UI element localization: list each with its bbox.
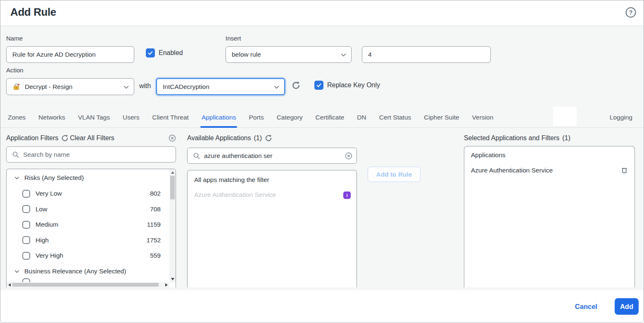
risk-count: 559 bbox=[150, 252, 161, 259]
checkbox-unchecked-icon bbox=[22, 221, 30, 229]
checkbox-check-icon bbox=[146, 48, 155, 57]
insert-mode-select[interactable]: below rule bbox=[226, 46, 352, 63]
decryption-key-select[interactable]: IntCADecryption bbox=[156, 78, 285, 95]
application-search-input[interactable] bbox=[204, 148, 342, 163]
risk-count: 1159 bbox=[147, 221, 161, 228]
clear-search-icon[interactable] bbox=[345, 152, 352, 161]
scroll-left-arrow-icon bbox=[8, 283, 11, 287]
tab-zones[interactable]: Zones bbox=[8, 107, 26, 127]
tab-ports[interactable]: Ports bbox=[249, 107, 264, 127]
enabled-label: Enabled bbox=[159, 49, 183, 57]
scroll-right-arrow-icon bbox=[165, 283, 168, 287]
action-select[interactable]: Decrypt - Resign bbox=[6, 78, 134, 95]
insert-label: Insert bbox=[226, 35, 241, 42]
page-title: Add Rule bbox=[10, 6, 56, 19]
tab-dn[interactable]: DN bbox=[357, 107, 366, 127]
help-button[interactable]: ? bbox=[625, 7, 637, 18]
tab-networks[interactable]: Networks bbox=[38, 107, 65, 127]
available-count: (1) bbox=[254, 134, 262, 142]
selected-applications-list: Applications Azure Authentication Servic… bbox=[464, 146, 635, 287]
selected-applications-header: Selected Applications and Filters (1) bbox=[464, 133, 635, 144]
enabled-checkbox[interactable]: Enabled bbox=[146, 48, 183, 57]
replace-key-only-label: Replace Key Only bbox=[327, 81, 380, 89]
chevron-down-icon bbox=[123, 84, 129, 92]
rule-name-input[interactable] bbox=[6, 46, 134, 63]
vertical-scrollbar[interactable] bbox=[169, 169, 176, 282]
available-applications-list: All apps matching the filter Azure Authe… bbox=[187, 170, 357, 287]
selected-section-label: Applications bbox=[464, 148, 634, 162]
risk-very-low-row[interactable]: Very Low 802 bbox=[7, 186, 169, 201]
decrypt-lock-icon bbox=[12, 83, 20, 91]
scroll-up-arrow-icon bbox=[171, 171, 174, 174]
add-to-rule-button[interactable]: Add to Rule bbox=[368, 167, 421, 182]
key-value: IntCADecryption bbox=[163, 83, 209, 91]
risk-low-row[interactable]: Low 708 bbox=[7, 201, 169, 217]
selected-count: (1) bbox=[562, 134, 570, 142]
add-button[interactable]: Add bbox=[615, 298, 639, 315]
blank-overlay bbox=[553, 107, 577, 126]
available-applications-title: Available Applications bbox=[187, 134, 251, 142]
available-applications-header: Available Applications (1) bbox=[187, 133, 357, 144]
checkbox-check-icon bbox=[314, 81, 323, 90]
application-filters-title: Application Filters bbox=[6, 134, 58, 142]
tab-cipher-suite[interactable]: Cipher Suite bbox=[424, 107, 459, 127]
action-label: Action bbox=[6, 67, 24, 74]
app-info-icon[interactable]: i bbox=[343, 191, 351, 199]
chevron-down-icon bbox=[273, 84, 280, 92]
available-app-row: Azure Authentication Service i bbox=[188, 188, 356, 202]
horizontal-scrollbar[interactable] bbox=[7, 282, 169, 287]
application-search-box bbox=[187, 148, 357, 164]
tab-certificate[interactable]: Certificate bbox=[316, 107, 345, 127]
risks-group-header[interactable]: Risks (Any Selected) bbox=[7, 170, 169, 186]
selected-app-row: Azure Authentication Service bbox=[464, 163, 634, 178]
tab-logging[interactable]: Logging bbox=[610, 107, 632, 127]
replace-key-only-checkbox[interactable]: Replace Key Only bbox=[314, 81, 380, 90]
filters-list: Risks (Any Selected) Very Low 802 Low 70… bbox=[6, 169, 176, 287]
dialog-header: Add Rule ? bbox=[0, 0, 644, 26]
chevron-down-icon bbox=[340, 52, 347, 60]
selected-applications-title: Selected Applications and Filters bbox=[464, 134, 559, 142]
application-filters-header: Application Filters Clear All Filters bbox=[6, 133, 176, 144]
insert-position-input[interactable] bbox=[362, 46, 491, 63]
search-icon bbox=[193, 152, 200, 161]
tab-client-threat[interactable]: Client Threat bbox=[152, 107, 188, 127]
risk-count: 708 bbox=[150, 206, 161, 213]
tab-users[interactable]: Users bbox=[123, 107, 139, 127]
dialog-footer: Cancel Add bbox=[0, 290, 644, 323]
tab-applications[interactable]: Applications bbox=[202, 107, 236, 127]
checkbox-unchecked-icon bbox=[22, 190, 30, 198]
risk-count: 802 bbox=[150, 190, 161, 197]
risk-very-high-row[interactable]: Very High 559 bbox=[7, 248, 169, 263]
clear-selection-icon[interactable] bbox=[169, 134, 176, 142]
insert-mode-value: below rule bbox=[232, 51, 261, 58]
svg-text:?: ? bbox=[629, 9, 633, 16]
filter-search-box bbox=[6, 146, 176, 163]
cancel-button[interactable]: Cancel bbox=[575, 303, 597, 311]
tab-cert-status[interactable]: Cert Status bbox=[379, 107, 411, 127]
tab-version[interactable]: Version bbox=[472, 107, 494, 127]
checkbox-unchecked-icon bbox=[22, 252, 30, 260]
filter-search-input[interactable] bbox=[23, 147, 162, 162]
action-value: Decrypt - Resign bbox=[25, 83, 72, 91]
risk-count: 1752 bbox=[147, 237, 161, 244]
refresh-applications-icon[interactable] bbox=[265, 134, 272, 142]
delete-icon[interactable] bbox=[620, 166, 628, 176]
all-apps-matching-row[interactable]: All apps matching the filter bbox=[188, 173, 356, 187]
refresh-filters-icon[interactable] bbox=[61, 134, 69, 142]
refresh-keys-icon[interactable] bbox=[292, 81, 301, 90]
risk-high-row[interactable]: High 1752 bbox=[7, 232, 169, 248]
business-relevance-group-header[interactable]: Business Relevance (Any Selected) bbox=[7, 263, 169, 279]
horizontal-scroll-thumb bbox=[12, 283, 159, 287]
with-label: with bbox=[139, 82, 151, 90]
chevron-down-icon bbox=[14, 268, 20, 274]
vertical-scroll-thumb bbox=[170, 176, 175, 199]
add-rule-dialog: Add Rule ? Name Enabled Insert below rul… bbox=[0, 0, 644, 323]
clear-all-filters-link[interactable]: Clear All Filters bbox=[70, 134, 114, 142]
rule-tab-bar: Zones Networks VLAN Tags Users Client Th… bbox=[0, 107, 644, 128]
risk-medium-row[interactable]: Medium 1159 bbox=[7, 217, 169, 232]
checkbox-unchecked-icon bbox=[22, 236, 30, 244]
tab-vlan-tags[interactable]: VLAN Tags bbox=[78, 107, 110, 127]
search-icon bbox=[12, 151, 19, 160]
tab-category[interactable]: Category bbox=[277, 107, 303, 127]
question-circle-icon: ? bbox=[625, 7, 637, 18]
